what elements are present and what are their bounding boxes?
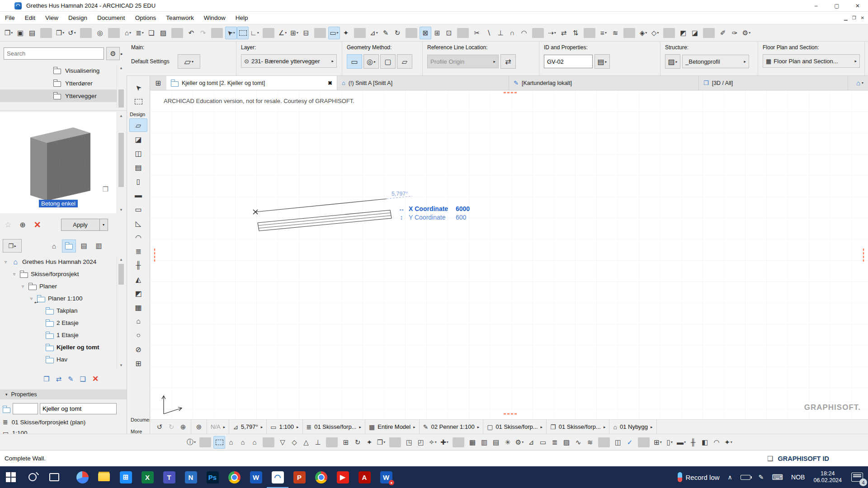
explore-model-button[interactable]: ✦ (363, 436, 375, 449)
language-indicator[interactable]: NOB (787, 466, 809, 488)
menu-edit[interactable]: Edit (20, 14, 40, 21)
opening-tool[interactable]: ⊘ (129, 343, 147, 356)
view-name-input[interactable] (40, 403, 117, 414)
tree-item-planer-1-100[interactable]: ▿ Planer 1:100 (0, 292, 117, 305)
fill-attributes-button[interactable]: ▨ (157, 27, 169, 39)
menu-help[interactable]: Help (231, 14, 253, 21)
publisher-button[interactable]: ▥ (92, 239, 106, 253)
menu-design[interactable]: Design (63, 14, 92, 21)
3d-options-button[interactable]: ❒▾ (375, 436, 387, 449)
mini-minimize-icon[interactable]: ▁ (844, 15, 848, 20)
arrow-tool-button[interactable]: ➤▾ (225, 27, 237, 39)
toolbox-more-header[interactable]: More (128, 426, 142, 434)
zone-tool[interactable]: ◩ (129, 286, 147, 300)
scroll-down-icon[interactable]: ▼ (117, 361, 125, 369)
intersect-button[interactable]: ∩ (506, 27, 518, 39)
3d-selection-button[interactable]: ◰ (415, 436, 427, 449)
go-back-button[interactable]: ↺ (154, 421, 165, 433)
model-view-options-select[interactable]: ▢ 01 Skisse/forp... ▸ (483, 420, 547, 434)
floor-plan-canvas[interactable]: ARCHICAD Education version, not for resa… (150, 90, 868, 419)
menu-teamwork[interactable]: Teamwork (161, 14, 199, 21)
layer-select[interactable]: ⊙ 231- Bærende yttervegger ▸ (241, 54, 337, 68)
group-elements-button[interactable]: ⊞ (431, 27, 443, 39)
morph-tool[interactable]: ◭ (129, 272, 147, 286)
tree-expander-icon[interactable]: ▿ (28, 296, 34, 301)
clock[interactable]: 18:24 06.02.2024 (809, 470, 846, 484)
clipboard-button[interactable]: ❑ (146, 27, 157, 39)
column-display-button[interactable]: ▯▾ (664, 436, 675, 449)
trace-options-button[interactable]: ⌂ (237, 436, 249, 449)
door-swing-button[interactable]: ◠ (711, 436, 722, 449)
walk-mode-button[interactable]: ✧▾ (427, 436, 439, 449)
scroll-up-icon[interactable]: ▲ (117, 64, 125, 71)
shell-tool[interactable]: ◠ (129, 230, 147, 244)
chrome-profile-button[interactable] (310, 466, 332, 488)
scroll-up-icon[interactable]: ▲ (117, 256, 125, 263)
graphisoft-id-button[interactable]: ❑ GRAPHISOFT ID (767, 455, 829, 463)
wall-tool[interactable]: ▱ (129, 118, 147, 132)
slab-tool[interactable]: ▭ (129, 202, 147, 216)
redo-button[interactable]: ↷ (197, 27, 209, 39)
tree-expander-icon[interactable]: ▿ (20, 284, 26, 289)
undo-history-button[interactable]: ↺▾ (66, 27, 78, 39)
guide-lines-button[interactable]: ∠▾ (277, 27, 288, 39)
menu-file[interactable]: File (0, 14, 20, 21)
new-document-button[interactable]: ❐▾ (3, 27, 14, 39)
snap-bottom-button[interactable]: ▽ (277, 436, 288, 449)
grid-display-a-button[interactable]: ▦ (467, 436, 478, 449)
add-view-button[interactable]: ✚▾ (439, 436, 450, 449)
snap-guides-button[interactable]: ✳ (502, 436, 514, 449)
acrobat-app-button[interactable]: A (354, 466, 375, 488)
confirm-check-button[interactable]: ✓ (624, 436, 636, 449)
lamp-tool[interactable]: ○ (129, 328, 147, 342)
photoshop-app-button[interactable]: Ps (202, 466, 223, 488)
object-tool[interactable]: ⌂ (129, 314, 147, 328)
grid-display-c-button[interactable]: ▤ (490, 436, 502, 449)
add-favorite-icon[interactable]: ⊕ (19, 221, 25, 229)
geometry-straight-wall-button[interactable]: ▭ (347, 54, 362, 69)
menu-view[interactable]: View (40, 14, 63, 21)
section-display-button[interactable]: ◧ (699, 436, 711, 449)
layer-combination-select[interactable]: ≣ 01 Skisse/forp... ▸ (303, 420, 365, 434)
orbit-button[interactable]: ↻ (352, 436, 363, 449)
tree-scrollbar[interactable]: ▲ ▼ (117, 256, 125, 369)
tree-item-takplan[interactable]: Takplan (0, 305, 117, 317)
inject-parameters-button[interactable]: ✑ (729, 27, 741, 39)
undo-button[interactable]: ↶ (185, 27, 197, 39)
delete-view-button[interactable]: ✕ (92, 374, 99, 384)
fit-in-window-button[interactable]: ⊛ (193, 421, 205, 433)
trim-button[interactable]: ✂ (471, 27, 483, 39)
label-button[interactable]: ◇▾ (649, 27, 661, 39)
clone-folder-button[interactable]: ❑ (80, 375, 86, 383)
notification-center-button[interactable]: 4 (846, 466, 868, 488)
search-input[interactable] (4, 47, 104, 60)
door-tool[interactable]: ◪ (129, 132, 147, 146)
favorite-ytterdorer[interactable]: Ytterdører (0, 77, 117, 89)
toolbox-document-header[interactable]: Documen (128, 414, 150, 423)
suspend-groups-button[interactable]: ⊠ (420, 27, 431, 39)
file-explorer-button[interactable] (93, 466, 115, 488)
excel-app-button[interactable]: X (137, 466, 158, 488)
chrome-app-button[interactable] (223, 466, 245, 488)
favorite-yttervegger[interactable]: Yttervegger (0, 89, 117, 102)
tab-kjeller-og-tomt[interactable]: Kjeller og tomt [2. Kjeller og tomt] ✖ (166, 76, 337, 90)
tree-item-skisse-forprosjekt[interactable]: ▿ Skisse/forprosjekt (0, 268, 117, 280)
tray-chevron-icon[interactable]: ∧ (724, 466, 736, 488)
view-map-button[interactable] (62, 239, 76, 253)
zigzag-display-button[interactable]: ≋ (584, 436, 596, 449)
import-view-button[interactable]: ⇄ (56, 375, 61, 383)
ruler-display-button[interactable]: ▭ (537, 436, 549, 449)
search-settings-button[interactable]: ⚙ (106, 47, 120, 60)
project-chooser-button[interactable]: ❐ ▸ (3, 239, 22, 253)
flip-reference-line-button[interactable]: ⇄ (500, 54, 516, 69)
scroll-down-icon[interactable]: ▼ (117, 206, 125, 213)
tree-item-kjeller-og-tomt[interactable]: Kjeller og tomt (0, 341, 117, 353)
show-info-button[interactable]: ⓘ▾ (185, 436, 197, 449)
geometry-polygon-wall-button[interactable]: ▱ (397, 54, 412, 69)
menu-document[interactable]: Document (92, 14, 130, 21)
grid-options-button[interactable]: ⊞▾ (652, 436, 664, 449)
save-button[interactable]: ▣ (14, 27, 26, 39)
view-id-input[interactable] (13, 403, 38, 414)
store-app-button[interactable]: ⊞ (115, 466, 137, 488)
scroll-up-icon[interactable]: ▲ (117, 112, 125, 119)
